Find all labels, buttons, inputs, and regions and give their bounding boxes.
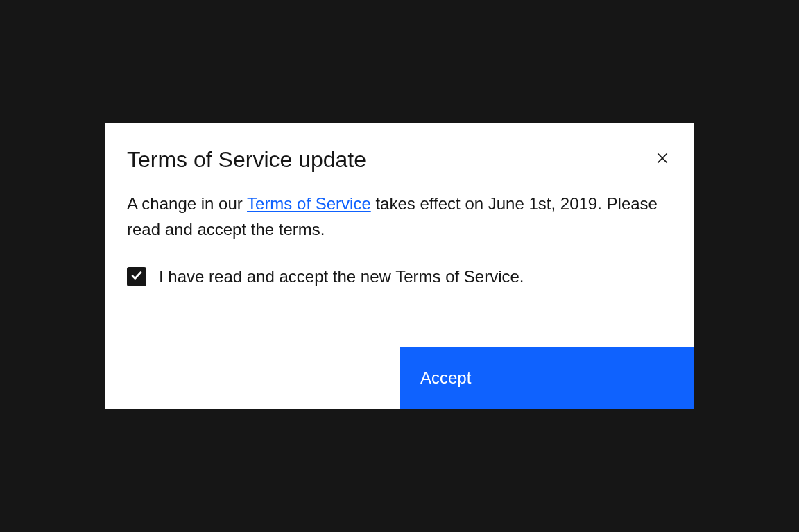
modal-title: Terms of Service update xyxy=(127,146,366,175)
close-button[interactable] xyxy=(653,148,672,170)
modal-body: A change in our Terms of Service takes e… xyxy=(105,174,694,320)
terms-of-service-link[interactable]: Terms of Service xyxy=(247,194,371,213)
close-icon xyxy=(655,151,669,167)
accept-terms-checkbox[interactable] xyxy=(127,267,146,286)
accept-button[interactable]: Accept xyxy=(400,347,694,409)
terms-of-service-modal: Terms of Service update A change in our … xyxy=(105,123,694,409)
modal-header: Terms of Service update xyxy=(105,123,694,175)
checkbox-row: I have read and accept the new Terms of … xyxy=(127,267,672,286)
body-text-before: A change in our xyxy=(127,194,247,213)
modal-body-text: A change in our Terms of Service takes e… xyxy=(127,191,672,242)
checkmark-icon xyxy=(130,269,143,284)
modal-footer: Accept xyxy=(105,347,694,409)
checkbox-label: I have read and accept the new Terms of … xyxy=(159,267,524,286)
